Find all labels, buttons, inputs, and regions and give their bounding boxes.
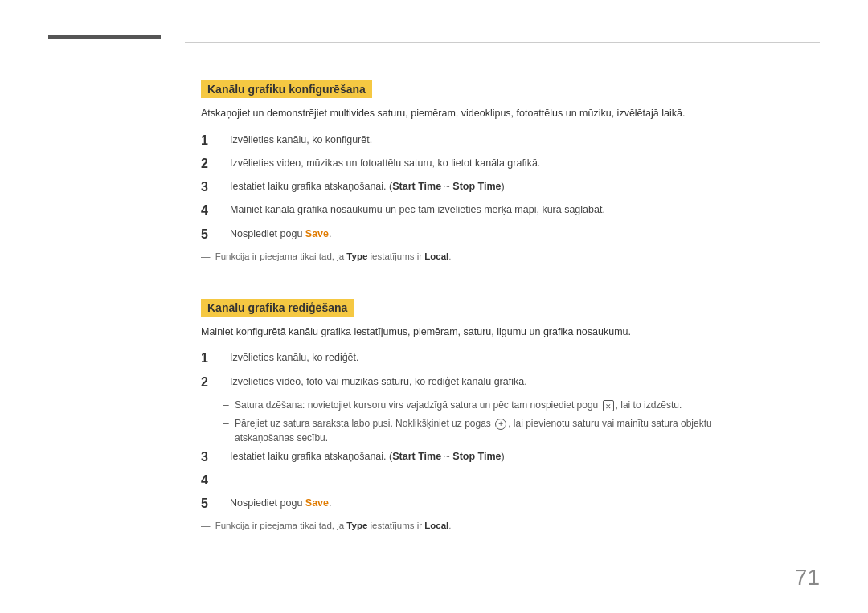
step-text: Nospiediet pogu Save. <box>230 496 755 511</box>
main-content: Kanālu grafiku konfigurēšana Atskaņojiet… <box>201 80 755 530</box>
stop-time-label-2: Stop Time <box>452 451 501 462</box>
step-num: 4 <box>201 472 223 488</box>
step-2-5: 5 Nospiediet pogu Save. <box>201 496 755 511</box>
sub-bullet-2: – Pārejiet uz satura saraksta labo pusi.… <box>223 416 755 445</box>
step-num: 1 <box>201 133 223 148</box>
sub-bullet-text: Pārejiet uz satura saraksta labo pusi. N… <box>235 416 755 445</box>
sub-bullets: – Satura dzēšana: novietojiet kursoru vi… <box>223 398 755 445</box>
type-label-2: Type <box>346 521 367 530</box>
step-text: Izvēlieties video, mūzikas un fotoattēlu… <box>230 156 755 171</box>
sub-bullet-text: Satura dzēšana: novietojiet kursoru virs… <box>235 398 682 412</box>
step-num: 5 <box>201 227 223 242</box>
step-1-3: 3 Iestatiet laiku grafika atskaņošanai. … <box>201 179 755 194</box>
section-1-footnote: — Funkcija ir pieejama tikai tad, ja Typ… <box>201 251 755 261</box>
add-icon: + <box>495 419 506 430</box>
step-num: 2 <box>201 156 223 171</box>
step-1-1: 1 Izvēlieties kanālu, ko konfigurēt. <box>201 133 755 148</box>
step-text: Izvēlieties kanālu, ko rediģēt. <box>230 350 755 366</box>
step-2-3: 3 Iestatiet laiku grafika atskaņošanai. … <box>201 449 755 464</box>
step-num: 3 <box>201 449 223 464</box>
step-2-1: 1 Izvēlieties kanālu, ko rediģēt. <box>201 350 755 366</box>
step-1-5: 5 Nospiediet pogu Save. <box>201 227 755 242</box>
step-text: Iestatiet laiku grafika atskaņošanai. (S… <box>230 449 755 464</box>
type-label: Type <box>346 251 367 261</box>
save-label: Save <box>305 228 329 239</box>
step-num: 3 <box>201 179 223 194</box>
left-accent-bar <box>48 35 161 39</box>
section-1-steps: 1 Izvēlieties kanālu, ko konfigurēt. 2 I… <box>201 133 755 242</box>
section-divider <box>201 284 755 284</box>
step-num: 4 <box>201 202 223 218</box>
bullet-dash: – <box>223 398 235 412</box>
step-num: 1 <box>201 350 223 366</box>
top-divider-line <box>185 42 820 43</box>
sub-bullet-1: – Satura dzēšana: novietojiet kursoru vi… <box>223 398 755 412</box>
page-number: 71 <box>795 565 820 591</box>
step-text: Mainiet kanāla grafika nosaukumu un pēc … <box>230 202 755 218</box>
step-text: Nospiediet pogu Save. <box>230 227 755 242</box>
start-time-label-2: Start Time <box>392 451 441 462</box>
step-2-4: 4 <box>201 472 755 488</box>
local-label: Local <box>424 251 448 261</box>
step-num: 5 <box>201 496 223 511</box>
step-num: 2 <box>201 374 223 390</box>
section-2-steps-cont: 3 Iestatiet laiku grafika atskaņošanai. … <box>201 449 755 512</box>
section-1: Kanālu grafiku konfigurēšana Atskaņojiet… <box>201 80 755 261</box>
page: Kanālu grafiku konfigurēšana Atskaņojiet… <box>0 0 868 613</box>
section-1-intro: Atskaņojiet un demonstrējiet multivides … <box>201 106 755 121</box>
start-time-label: Start Time <box>392 181 441 192</box>
save-label-2: Save <box>305 497 329 509</box>
step-2-2: 2 Izvēlieties video, foto vai mūzikas sa… <box>201 374 755 390</box>
bullet-dash: – <box>223 416 235 431</box>
local-label-2: Local <box>424 521 448 530</box>
section-2-intro: Mainiet konfigurētā kanālu grafika iesta… <box>201 325 755 340</box>
section-2-steps: 1 Izvēlieties kanālu, ko rediģēt. 2 Izvē… <box>201 350 755 389</box>
step-text: Iestatiet laiku grafika atskaņošanai. (S… <box>230 179 755 194</box>
section-1-title: Kanālu grafiku konfigurēšana <box>201 80 372 98</box>
step-1-4: 4 Mainiet kanāla grafika nosaukumu un pē… <box>201 202 755 218</box>
step-text: Izvēlieties video, foto vai mūzikas satu… <box>230 374 755 390</box>
step-1-2: 2 Izvēlieties video, mūzikas un fotoattē… <box>201 156 755 171</box>
section-2-footnote: — Funkcija ir pieejama tikai tad, ja Typ… <box>201 521 755 530</box>
section-2-title: Kanālu grafika rediģēšana <box>201 299 354 317</box>
stop-time-label: Stop Time <box>452 181 501 192</box>
step-text: Izvēlieties kanālu, ko konfigurēt. <box>230 133 755 148</box>
section-2: Kanālu grafika rediģēšana Mainiet konfig… <box>201 299 755 531</box>
delete-icon: ✕ <box>603 400 614 411</box>
